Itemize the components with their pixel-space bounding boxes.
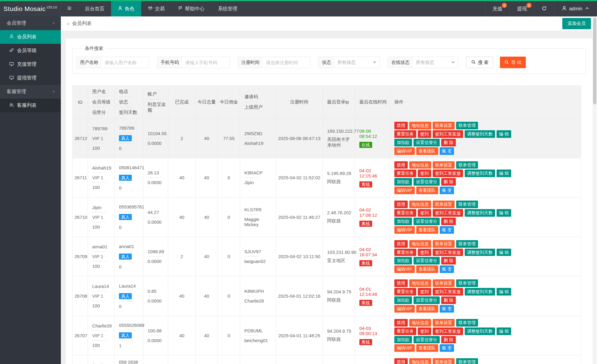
nav-item-help-center[interactable]: 帮助中心: [171, 1, 211, 16]
linked-order-manage-button[interactable]: 联单管理: [456, 122, 478, 129]
adjust-checkin-days-button[interactable]: 调整签到天数: [465, 249, 495, 256]
delete-button[interactable]: 删 除: [441, 257, 456, 264]
nav-item-dashboard[interactable]: 后台首页: [78, 1, 111, 16]
linked-order-settings-button[interactable]: 联单设置: [433, 161, 455, 169]
reset-task-button[interactable]: 重置任务: [394, 327, 416, 335]
sidebar-item-service-list[interactable]: 客服列表: [0, 99, 61, 112]
adjust-checkin-days-button[interactable]: 调整签到天数: [465, 170, 495, 177]
checkin-button[interactable]: 签到: [418, 327, 431, 335]
edit-button[interactable]: 编 辑: [497, 130, 511, 138]
checkin-salary-button[interactable]: 签到工资发放: [433, 209, 463, 217]
add-deduct-button[interactable]: 加扣款: [394, 218, 412, 225]
set-credit-button[interactable]: 设置信誉分: [414, 218, 440, 225]
add-deduct-button[interactable]: 加扣款: [394, 296, 412, 304]
user-menu[interactable]: admin: [554, 1, 597, 16]
edit-vip-button[interactable]: 编辑VIP: [394, 344, 415, 352]
linked-order-settings-button[interactable]: 联单设置: [433, 240, 455, 248]
adjust-checkin-days-button[interactable]: 调整签到天数: [465, 327, 495, 335]
disable-button[interactable]: 禁用: [394, 240, 408, 248]
edit-vip-button[interactable]: 编辑VIP: [394, 265, 415, 273]
checkin-salary-button[interactable]: 签到工资发放: [433, 130, 463, 138]
status-select[interactable]: 所有状态: [334, 57, 379, 68]
delete-button[interactable]: 删 除: [441, 178, 456, 186]
edit-button[interactable]: 编 辑: [497, 288, 511, 296]
register-time-input[interactable]: [263, 57, 310, 68]
address-info-button[interactable]: 地址信息: [409, 122, 431, 129]
delete-button[interactable]: 删 除: [441, 336, 456, 344]
edit-button[interactable]: 编 辑: [497, 209, 511, 217]
edit-button[interactable]: 编 辑: [497, 170, 511, 177]
linked-order-manage-button[interactable]: 联单管理: [456, 319, 478, 327]
disable-button[interactable]: 禁用: [394, 201, 408, 208]
recharge-menu-item[interactable]: 充值 0: [485, 1, 509, 16]
username-input[interactable]: [102, 57, 149, 68]
sidebar-toggle-button[interactable]: [61, 1, 78, 16]
adjust-checkin-days-button[interactable]: 调整签到天数: [465, 209, 495, 217]
checkin-salary-button[interactable]: 签到工资发放: [433, 288, 463, 296]
add-deduct-button[interactable]: 加扣款: [394, 257, 412, 264]
balance-change-button[interactable]: 账 变: [440, 344, 454, 352]
window-scrollbar[interactable]: [592, 16, 597, 364]
online-status-select[interactable]: 所有状态: [413, 57, 458, 68]
set-credit-button[interactable]: 设置信誉分: [414, 139, 440, 146]
checkin-button[interactable]: 签到: [418, 288, 431, 296]
add-deduct-button[interactable]: 加扣款: [394, 178, 412, 186]
linked-order-manage-button[interactable]: 联单管理: [456, 279, 478, 287]
checkin-salary-button[interactable]: 签到工资发放: [433, 327, 463, 335]
balance-change-button[interactable]: 账 变: [440, 265, 454, 273]
sidebar-item-member-level[interactable]: 会员等级: [0, 44, 61, 58]
add-member-button[interactable]: 添加会员: [562, 18, 591, 29]
linked-order-settings-button[interactable]: 联单设置: [433, 201, 455, 208]
view-team-button[interactable]: 查看团队: [416, 187, 438, 194]
address-info-button[interactable]: 地址信息: [409, 240, 431, 248]
reset-task-button[interactable]: 重置任务: [394, 249, 416, 256]
sidebar-item-recharge-management[interactable]: 充值管理: [0, 58, 61, 71]
checkin-button[interactable]: 签到: [418, 249, 431, 256]
linked-order-settings-button[interactable]: 联单设置: [433, 122, 455, 129]
sidebar-item-withdraw-management[interactable]: 提现管理: [0, 71, 61, 85]
linked-order-settings-button[interactable]: 联单设置: [433, 279, 455, 287]
linked-order-manage-button[interactable]: 联单管理: [456, 161, 478, 169]
checkin-salary-button[interactable]: 签到工资发放: [433, 249, 463, 256]
nav-item-system[interactable]: 系统管理: [211, 1, 244, 16]
linked-order-settings-button[interactable]: 联单设置: [433, 319, 455, 327]
add-deduct-button[interactable]: 加扣款: [394, 336, 412, 344]
delete-button[interactable]: 删 除: [441, 218, 456, 225]
export-button[interactable]: 导 出: [500, 57, 526, 68]
linked-order-manage-button[interactable]: 联单管理: [456, 201, 478, 208]
edit-button[interactable]: 编 辑: [497, 327, 511, 335]
disable-button[interactable]: 禁用: [394, 279, 408, 287]
address-info-button[interactable]: 地址信息: [409, 358, 431, 364]
set-credit-button[interactable]: 设置信誉分: [414, 257, 440, 264]
set-credit-button[interactable]: 设置信誉分: [414, 178, 440, 186]
view-team-button[interactable]: 查看团队: [416, 305, 438, 313]
sidebar-item-member-list[interactable]: 会员列表: [0, 30, 61, 44]
disable-button[interactable]: 禁用: [394, 358, 408, 364]
address-info-button[interactable]: 地址信息: [409, 161, 431, 169]
add-deduct-button[interactable]: 加扣款: [394, 139, 412, 146]
linked-order-settings-button[interactable]: 联单设置: [433, 358, 455, 364]
checkin-button[interactable]: 签到: [418, 170, 431, 177]
view-team-button[interactable]: 查看团队: [416, 344, 438, 352]
adjust-checkin-days-button[interactable]: 调整签到天数: [465, 130, 495, 138]
reset-task-button[interactable]: 重置任务: [394, 288, 416, 296]
linked-order-manage-button[interactable]: 联单管理: [456, 358, 478, 364]
checkin-button[interactable]: 签到: [418, 209, 431, 217]
adjust-checkin-days-button[interactable]: 调整签到天数: [465, 288, 495, 296]
search-button[interactable]: 搜 索: [466, 57, 493, 68]
set-credit-button[interactable]: 设置信誉分: [414, 336, 440, 344]
disable-button[interactable]: 禁用: [394, 161, 408, 169]
sidebar-group-member-management[interactable]: 会员管理: [0, 16, 61, 30]
sidebar-group-service-management[interactable]: 客服管理: [0, 85, 61, 99]
reset-task-button[interactable]: 重置任务: [394, 130, 416, 138]
nav-item-roles[interactable]: 角色: [111, 1, 141, 16]
balance-change-button[interactable]: 账 变: [440, 147, 454, 155]
disable-button[interactable]: 禁用: [394, 122, 408, 129]
address-info-button[interactable]: 地址信息: [409, 201, 431, 208]
address-info-button[interactable]: 地址信息: [409, 279, 431, 287]
delete-button[interactable]: 删 除: [441, 139, 456, 146]
edit-vip-button[interactable]: 编辑VIP: [394, 147, 415, 155]
edit-vip-button[interactable]: 编辑VIP: [394, 226, 415, 234]
reset-task-button[interactable]: 重置任务: [394, 209, 416, 217]
disable-button[interactable]: 禁用: [394, 319, 408, 327]
